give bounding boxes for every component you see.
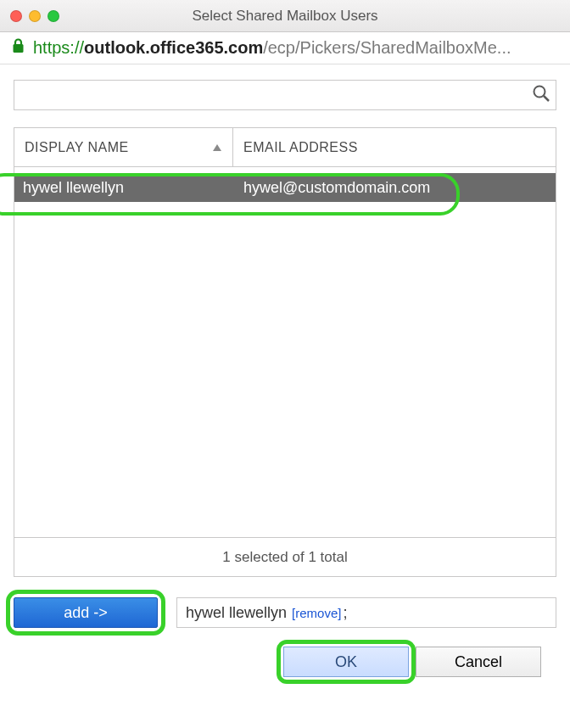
content-area: DISPLAY NAME EMAIL ADDRESS hywel llewell…	[0, 64, 570, 687]
column-header-email[interactable]: EMAIL ADDRESS	[233, 128, 556, 166]
svg-line-2	[544, 96, 549, 101]
cancel-button[interactable]: Cancel	[416, 647, 541, 677]
separator: ;	[343, 604, 347, 622]
svg-point-1	[534, 87, 545, 98]
window-title: Select Shared Mailbox Users	[0, 8, 570, 25]
action-row: add -> hywel llewellyn [remove] ;	[14, 597, 556, 628]
cell-email: hywel@customdomain.com	[233, 179, 556, 197]
close-window-button[interactable]	[10, 10, 22, 22]
url-domain: outlook.office365.com	[84, 38, 263, 58]
column-header-display-name-label: DISPLAY NAME	[25, 140, 129, 155]
url-bar: https://outlook.office365.com/ecp/Picker…	[0, 32, 570, 64]
search-icon[interactable]	[532, 84, 550, 106]
search-field-wrap	[14, 80, 556, 110]
user-table: DISPLAY NAME EMAIL ADDRESS hywel llewell…	[14, 127, 556, 577]
url-path: /ecp/Pickers/SharedMailboxMe...	[263, 38, 511, 58]
url-protocol: https://	[33, 38, 84, 58]
table-status: 1 selected of 1 total	[14, 537, 556, 576]
ok-button[interactable]: OK	[283, 647, 409, 677]
selected-user-name: hywel llewellyn	[186, 604, 287, 622]
selected-users-box[interactable]: hywel llewellyn [remove] ;	[176, 597, 556, 628]
svg-rect-0	[14, 44, 24, 53]
svg-marker-3	[213, 144, 221, 151]
table-header: DISPLAY NAME EMAIL ADDRESS	[14, 128, 556, 167]
titlebar: Select Shared Mailbox Users	[0, 0, 570, 32]
column-header-email-label: EMAIL ADDRESS	[243, 140, 358, 155]
lock-icon	[12, 38, 25, 58]
cell-display-name: hywel llewellyn	[14, 179, 233, 197]
add-button[interactable]: add ->	[14, 597, 158, 628]
remove-link[interactable]: [remove]	[292, 606, 341, 620]
sort-ascending-icon	[212, 140, 222, 155]
ok-button-wrap: OK	[283, 647, 409, 677]
table-row[interactable]: hywel llewellyn hywel@customdomain.com	[14, 173, 556, 202]
search-input[interactable]	[21, 87, 532, 103]
dialog-buttons: OK Cancel	[14, 647, 556, 677]
window-controls	[10, 10, 59, 22]
add-button-wrap: add ->	[14, 597, 158, 628]
zoom-window-button[interactable]	[48, 10, 59, 22]
table-body: hywel llewellyn hywel@customdomain.com	[14, 167, 556, 537]
minimize-window-button[interactable]	[29, 10, 41, 22]
column-header-display-name[interactable]: DISPLAY NAME	[14, 128, 233, 166]
